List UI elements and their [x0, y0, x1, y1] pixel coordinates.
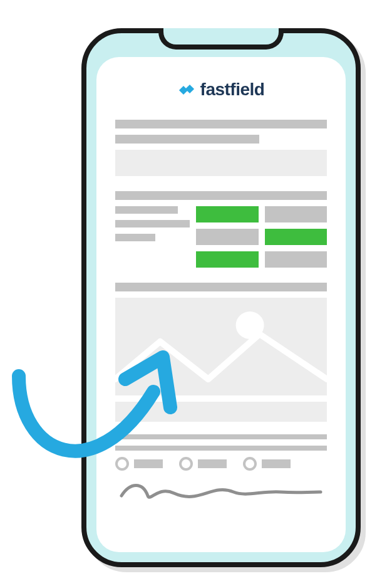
row-label [115, 206, 178, 214]
svg-rect-1 [185, 85, 193, 93]
form-section-grid [115, 191, 327, 268]
form-section-header [115, 120, 327, 176]
status-chip-grey[interactable] [265, 206, 327, 222]
status-chip-grey[interactable] [265, 251, 327, 268]
placeholder-bar [115, 135, 259, 144]
radio-icon [179, 457, 193, 471]
placeholder-box [115, 402, 327, 422]
status-grid [115, 206, 327, 268]
brand-name: fastfield [200, 80, 265, 100]
radio-icon [115, 457, 129, 471]
form-section-media [115, 283, 327, 422]
row-label [115, 220, 190, 228]
brand-logo: fastfield [115, 80, 327, 100]
radio-group [115, 457, 327, 471]
fastfield-icon [178, 81, 195, 98]
phone-notch [158, 28, 284, 50]
image-placeholder[interactable] [115, 298, 327, 395]
placeholder-bar [115, 120, 327, 128]
phone-frame: fastfield [81, 28, 361, 567]
radio-icon [243, 457, 257, 471]
status-chip-grey[interactable] [196, 229, 258, 245]
section-title-bar [115, 191, 327, 200]
row-label [115, 234, 155, 241]
app-screen: fastfield [96, 57, 346, 552]
section-title-bar [115, 283, 327, 291]
radio-label [262, 459, 291, 468]
radio-label [134, 459, 163, 468]
divider-bar [115, 446, 327, 451]
radio-option[interactable] [243, 457, 291, 471]
status-chip-green[interactable] [196, 251, 258, 268]
divider-bar [115, 434, 327, 439]
radio-label [198, 459, 227, 468]
radio-option[interactable] [179, 457, 227, 471]
status-chip-green[interactable] [196, 206, 258, 222]
radio-option[interactable] [115, 457, 163, 471]
placeholder-box [115, 150, 327, 176]
status-chip-green[interactable] [265, 229, 327, 245]
signature-field[interactable] [115, 477, 327, 502]
form-section-footer [115, 434, 327, 502]
